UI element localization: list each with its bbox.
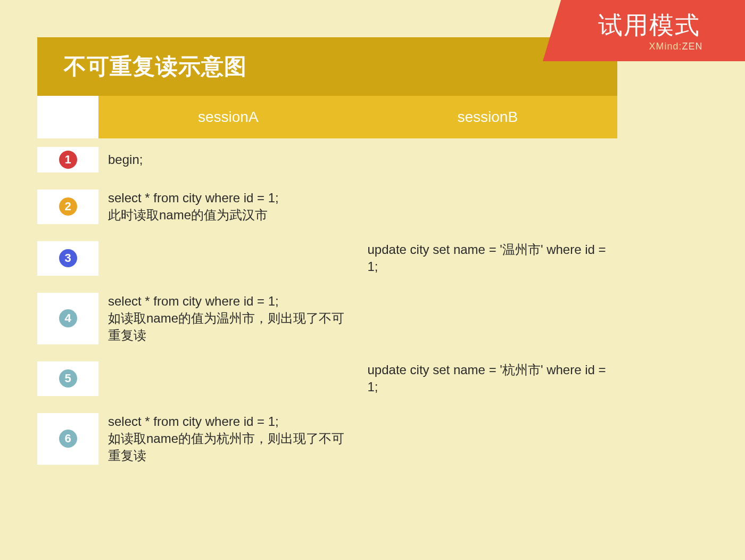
table-header: sessionA sessionB xyxy=(37,96,617,138)
step-number-badge: 3 xyxy=(59,249,77,267)
table-row: 3update city set name = '温州市' where id =… xyxy=(37,233,617,284)
table-row: 4select * from city where id = 1; 如读取nam… xyxy=(37,284,617,353)
watermark-brand: XMind:ZEN xyxy=(649,41,702,52)
step-number-badge: 5 xyxy=(59,369,77,388)
session-a-cell: select * from city where id = 1; 如读取name… xyxy=(98,293,358,344)
trial-mode-badge: 试用模式 XMind:ZEN xyxy=(543,0,745,61)
session-b-cell: update city set name = '杭州市' where id = … xyxy=(358,361,618,396)
table-row: 5update city set name = '杭州市' where id =… xyxy=(37,353,617,405)
table-row: 1begin; xyxy=(37,138,617,181)
step-cell: 6 xyxy=(37,413,98,465)
session-a-cell: select * from city where id = 1; 此时读取nam… xyxy=(98,190,358,224)
table-body: 1begin;2 select * from city where id = 1… xyxy=(37,138,617,473)
session-b-cell: update city set name = '温州市' where id = … xyxy=(358,241,618,276)
table-row: 6select * from city where id = 1; 如读取nam… xyxy=(37,405,617,473)
header-session-a: sessionA xyxy=(98,96,358,138)
step-cell: 3 xyxy=(37,241,98,276)
watermark-text: 试用模式 xyxy=(598,9,700,42)
title-bar: 不可重复读示意图 xyxy=(37,37,617,96)
header-step-col xyxy=(37,96,98,138)
diagram-sheet: 不可重复读示意图 sessionA sessionB 1begin;2 sele… xyxy=(37,37,617,473)
header-session-b: sessionB xyxy=(358,96,618,138)
step-cell: 5 xyxy=(37,361,98,396)
step-cell: 1 xyxy=(37,147,98,172)
session-a-cell: begin; xyxy=(98,151,358,168)
table-row: 2 select * from city where id = 1; 此时读取n… xyxy=(37,181,617,233)
session-a-cell: select * from city where id = 1; 如读取name… xyxy=(98,413,358,465)
step-number-badge: 2 xyxy=(59,197,77,216)
step-number-badge: 6 xyxy=(59,430,77,448)
step-cell: 2 xyxy=(37,190,98,224)
page-title: 不可重复读示意图 xyxy=(64,52,247,81)
step-number-badge: 1 xyxy=(59,151,77,169)
step-number-badge: 4 xyxy=(59,309,77,327)
step-cell: 4 xyxy=(37,293,98,344)
